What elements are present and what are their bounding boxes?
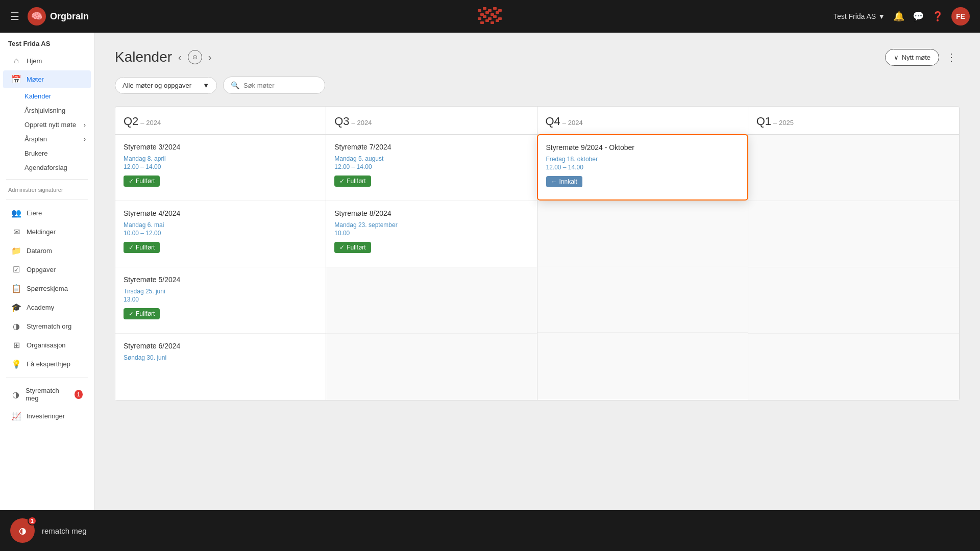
- styrematch-icon: ◑: [11, 321, 21, 331]
- calendar-header: Kalender ‹ ⊙ › ∨ Nytt møte ⋮: [115, 48, 960, 66]
- page-title: Kalender: [115, 49, 172, 65]
- sidebar-subitem-opprett-nytt-mote[interactable]: Opprett nytt møte ›: [19, 118, 91, 132]
- main-layout: Test Frida AS ⌂ Hjem 📅 Møter Kalender År…: [0, 33, 980, 510]
- topbar-right: Test Frida AS ▼ 🔔 💬 ❓ FE: [834, 7, 970, 26]
- sidebar-item-hjem[interactable]: ⌂ Hjem: [3, 52, 91, 69]
- home-icon: ⌂: [11, 56, 21, 65]
- quarter-q4-label: Q4 – 2024: [546, 115, 740, 128]
- moter-subnav: Kalender Årshjulvisning Opprett nytt møt…: [0, 89, 94, 175]
- empty-cell-q1-4: [748, 334, 959, 400]
- svg-rect-17: [496, 19, 499, 22]
- bottom-avatar[interactable]: ◑ 1: [10, 518, 35, 543]
- arrow-right-icon: ›: [84, 121, 86, 129]
- status-badge-innkalt: ← Innkalt: [546, 176, 582, 187]
- svg-rect-15: [485, 19, 489, 22]
- sidebar-subitem-arsplan[interactable]: Årsplan ›: [19, 132, 91, 146]
- meeting-card-9-highlighted[interactable]: Styremøte 9/2024 - Oktober Fredag 18. ok…: [537, 134, 748, 201]
- topbar-left: ☰ 🧠 Orgbrain: [10, 7, 89, 26]
- empty-cell-q4-3: [537, 333, 748, 399]
- meeting-card-4[interactable]: Styremøte 4/2024 Mandag 6. mai 10.00 – 1…: [115, 201, 326, 267]
- svg-rect-6: [485, 11, 489, 14]
- quarter-q2-label: Q2 – 2024: [124, 115, 317, 128]
- company-selector[interactable]: Test Frida AS ▼: [834, 12, 885, 20]
- quarter-q1-2025-header: Q1 – 2025: [748, 107, 959, 135]
- investments-icon: 📈: [11, 411, 21, 421]
- sidebar: Test Frida AS ⌂ Hjem 📅 Møter Kalender År…: [0, 33, 94, 510]
- user-avatar[interactable]: FE: [951, 7, 970, 26]
- quarter-q4: Q4 – 2024 Styremøte 9/2024 - Oktober Fre…: [537, 107, 748, 400]
- sidebar-item-sporreskjema[interactable]: 📋 Spørreskjema: [3, 280, 91, 297]
- sidebar-item-datarom[interactable]: 📁 Datarom: [3, 242, 91, 260]
- sidebar-item-eiere[interactable]: 👥 Eiere: [3, 204, 91, 222]
- meeting-card-3[interactable]: Styremøte 3/2024 Mandag 8. april 12.00 –…: [115, 135, 326, 201]
- empty-cell-q4-2: [537, 266, 748, 333]
- sidebar-subitem-kalender[interactable]: Kalender: [19, 89, 91, 103]
- svg-rect-3: [493, 7, 497, 10]
- empty-cell-q1-2: [748, 201, 959, 267]
- sidebar-divider-2: [6, 199, 88, 199]
- meeting-filter-select[interactable]: Alle møter og oppgaver ▼: [115, 77, 217, 94]
- chevron-down-icon: ▼: [203, 82, 209, 89]
- svg-rect-8: [496, 11, 499, 14]
- search-input[interactable]: [243, 82, 315, 89]
- calendar-grid: Q2 – 2024 Styremøte 3/2024 Mandag 8. apr…: [115, 106, 960, 400]
- meeting-card-5[interactable]: Styremøte 5/2024 Tirsdag 25. juni 13.00 …: [115, 267, 326, 334]
- calendar-icon: 📅: [11, 74, 21, 84]
- today-button[interactable]: ⊙: [188, 50, 202, 64]
- help-icon[interactable]: ❓: [932, 11, 943, 22]
- sidebar-manage-signatures[interactable]: Administrer signaturer: [0, 184, 94, 195]
- svg-rect-9: [478, 17, 481, 20]
- tasks-icon: ☑: [11, 265, 21, 274]
- more-options-button[interactable]: ⋮: [943, 48, 960, 66]
- notification-bell-icon[interactable]: 🔔: [893, 11, 904, 22]
- sidebar-item-oppgaver[interactable]: ☑ Oppgaver: [3, 261, 91, 279]
- quarter-q4-header: Q4 – 2024: [537, 107, 748, 135]
- sidebar-item-organisasjon[interactable]: ⊞ Organisasjon: [3, 336, 91, 354]
- chat-icon[interactable]: 💬: [913, 11, 924, 22]
- quarter-q2: Q2 – 2024 Styremøte 3/2024 Mandag 8. apr…: [115, 107, 326, 400]
- status-badge: ✓ Fullført: [334, 242, 371, 253]
- topbar-center: [478, 6, 502, 27]
- sidebar-item-academy[interactable]: 🎓 Academy: [3, 298, 91, 316]
- sidebar-subitem-agendaforslag[interactable]: Agendaforslag: [19, 161, 91, 174]
- styrematch-meg-icon: ◑: [11, 390, 20, 399]
- sidebar-divider-3: [6, 378, 88, 378]
- chevron-down-icon: ∨: [894, 54, 899, 61]
- sidebar-item-eksperthjep[interactable]: 💡 Få eksperthjep: [3, 355, 91, 373]
- nav-next-button[interactable]: ›: [208, 52, 212, 63]
- sidebar-subitem-arshjulvisning[interactable]: Årshjulvisning: [19, 104, 91, 117]
- bottom-text: rematch meg: [42, 527, 87, 535]
- search-box: 🔍: [223, 77, 325, 94]
- quarter-q3-label: Q3 – 2024: [334, 115, 528, 128]
- hamburger-icon[interactable]: ☰: [10, 10, 19, 22]
- meeting-card-6[interactable]: Styremøte 6/2024 Søndag 30. juni: [115, 334, 326, 400]
- main-content: Kalender ‹ ⊙ › ∨ Nytt møte ⋮ Alle møter …: [94, 33, 980, 510]
- new-meeting-button[interactable]: ∨ Nytt møte: [885, 49, 939, 66]
- svg-rect-16: [491, 21, 494, 24]
- logo[interactable]: 🧠 Orgbrain: [28, 7, 89, 26]
- app-title: Orgbrain: [50, 11, 89, 22]
- svg-rect-14: [480, 21, 484, 24]
- quarter-q3-header: Q3 – 2024: [326, 107, 536, 135]
- sidebar-item-moter[interactable]: 📅 Møter: [3, 70, 91, 88]
- empty-cell-q4-1: [537, 200, 748, 266]
- sidebar-subitem-brukere[interactable]: Brukere: [19, 146, 91, 160]
- sidebar-label-hjem: Hjem: [27, 57, 42, 65]
- sidebar-item-styrematch-meg[interactable]: ◑ Styrematch meg 1: [3, 383, 91, 406]
- meeting-card-7[interactable]: Styremøte 7/2024 Mandag 5. august 12.00 …: [326, 135, 536, 201]
- sidebar-item-meldinger[interactable]: ✉ Meldinger: [3, 223, 91, 241]
- sidebar-item-investeringer[interactable]: 📈 Investeringer: [3, 407, 91, 425]
- people-icon: 👥: [11, 208, 21, 218]
- org-icon: ⊞: [11, 340, 21, 350]
- styrematch-meg-badge: 1: [75, 390, 83, 399]
- meeting-card-8[interactable]: Styremøte 8/2024 Mandag 23. september 10…: [326, 201, 536, 267]
- calendar-title-row: Kalender ‹ ⊙ ›: [115, 49, 211, 65]
- svg-rect-10: [483, 15, 486, 18]
- quarter-q1-2025-label: Q1 – 2025: [756, 115, 951, 128]
- brain-icon: 🧠: [28, 7, 46, 26]
- svg-rect-1: [483, 7, 486, 10]
- bottombar: ◑ 1 rematch meg: [0, 510, 980, 551]
- nav-prev-button[interactable]: ‹: [178, 52, 182, 63]
- sidebar-item-styrematch-org[interactable]: ◑ Styrematch org: [3, 317, 91, 335]
- svg-rect-12: [493, 15, 497, 18]
